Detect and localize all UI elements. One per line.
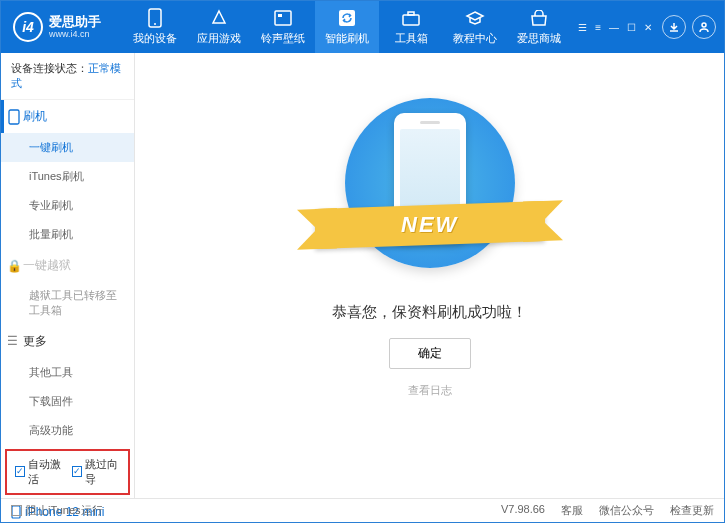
tab-ringtone[interactable]: 铃声壁纸 xyxy=(251,1,315,53)
brand-url: www.i4.cn xyxy=(49,29,101,40)
sidebar: 设备连接状态：正常模式 刷机 一键刷机 iTunes刷机 专业刷机 批量刷机 🔒… xyxy=(1,53,135,498)
app-header: i4 爱思助手 www.i4.cn 我的设备 应用游戏 铃声壁纸 智能刷机 工具… xyxy=(1,1,724,53)
refresh-icon xyxy=(337,8,357,28)
sidebar-item-oneclick-flash[interactable]: 一键刷机 xyxy=(1,133,134,162)
close-icon[interactable]: ✕ xyxy=(644,22,652,33)
logo-icon: i4 xyxy=(13,12,43,42)
checkbox-auto-activate[interactable]: ✓自动激活 xyxy=(15,457,64,487)
checkbox-block-itunes[interactable]: 阻止iTunes运行 xyxy=(11,503,103,518)
sidebar-head-jailbreak[interactable]: 🔒 一键越狱 xyxy=(1,249,134,282)
success-illustration: NEW xyxy=(325,93,535,273)
main-content: NEW 恭喜您，保资料刷机成功啦！ 确定 查看日志 xyxy=(135,53,724,498)
svg-point-1 xyxy=(154,23,156,25)
header-right: ☰ ≡ — ☐ ✕ xyxy=(578,15,716,39)
sidebar-item-other-tools[interactable]: 其他工具 xyxy=(1,358,134,387)
hamburger-icon: ☰ xyxy=(7,334,18,348)
sidebar-item-advanced[interactable]: 高级功能 xyxy=(1,416,134,445)
success-message: 恭喜您，保资料刷机成功啦！ xyxy=(332,303,527,322)
store-icon xyxy=(529,8,549,28)
lock-icon: 🔒 xyxy=(7,259,22,273)
version-label: V7.98.66 xyxy=(501,503,545,518)
sidebar-head-flash[interactable]: 刷机 xyxy=(1,100,134,133)
update-link[interactable]: 检查更新 xyxy=(670,503,714,518)
svg-rect-5 xyxy=(403,15,419,25)
tab-my-device[interactable]: 我的设备 xyxy=(123,1,187,53)
brand-name: 爱思助手 xyxy=(49,14,101,30)
tab-apps[interactable]: 应用游戏 xyxy=(187,1,251,53)
nav-tabs: 我的设备 应用游戏 铃声壁纸 智能刷机 工具箱 教程中心 爱思商城 xyxy=(123,1,571,53)
maximize-icon[interactable]: ☐ xyxy=(627,22,636,33)
sidebar-item-batch-flash[interactable]: 批量刷机 xyxy=(1,220,134,249)
jailbreak-note: 越狱工具已转移至工具箱 xyxy=(1,282,134,325)
sidebar-head-more[interactable]: ☰ 更多 xyxy=(1,325,134,358)
tab-toolbox[interactable]: 工具箱 xyxy=(379,1,443,53)
graduation-icon xyxy=(465,8,485,28)
sidebar-item-pro-flash[interactable]: 专业刷机 xyxy=(1,191,134,220)
phone-icon xyxy=(145,8,165,28)
user-icon[interactable] xyxy=(692,15,716,39)
window-controls: ☰ ≡ — ☐ ✕ xyxy=(578,22,652,33)
wallpaper-icon xyxy=(273,8,293,28)
sidebar-item-download-fw[interactable]: 下载固件 xyxy=(1,387,134,416)
checkbox-skip-guide[interactable]: ✓跳过向导 xyxy=(72,457,121,487)
sidebar-item-itunes-flash[interactable]: iTunes刷机 xyxy=(1,162,134,191)
svg-rect-3 xyxy=(278,14,282,17)
wechat-link[interactable]: 微信公众号 xyxy=(599,503,654,518)
ok-button[interactable]: 确定 xyxy=(389,338,471,369)
ribbon-text: NEW xyxy=(401,212,458,238)
tab-store[interactable]: 爱思商城 xyxy=(507,1,571,53)
svg-rect-2 xyxy=(275,11,291,25)
minimize-icon[interactable]: — xyxy=(609,22,619,33)
phone-small-icon xyxy=(8,109,20,125)
settings-icon[interactable]: ≡ xyxy=(595,22,601,33)
options-highlight-box: ✓自动激活 ✓跳过向导 xyxy=(5,449,130,495)
svg-point-7 xyxy=(702,23,706,27)
svg-rect-8 xyxy=(9,110,19,124)
tab-tutorial[interactable]: 教程中心 xyxy=(443,1,507,53)
toolbox-icon xyxy=(401,8,421,28)
svg-rect-4 xyxy=(339,10,355,26)
view-log-link[interactable]: 查看日志 xyxy=(408,383,452,398)
apps-icon xyxy=(209,8,229,28)
menu-icon[interactable]: ☰ xyxy=(578,22,587,33)
svg-rect-6 xyxy=(408,12,414,15)
connection-status: 设备连接状态：正常模式 xyxy=(1,53,134,100)
download-icon[interactable] xyxy=(662,15,686,39)
logo-area: i4 爱思助手 www.i4.cn xyxy=(13,12,123,42)
service-link[interactable]: 客服 xyxy=(561,503,583,518)
tab-smart-flash[interactable]: 智能刷机 xyxy=(315,1,379,53)
